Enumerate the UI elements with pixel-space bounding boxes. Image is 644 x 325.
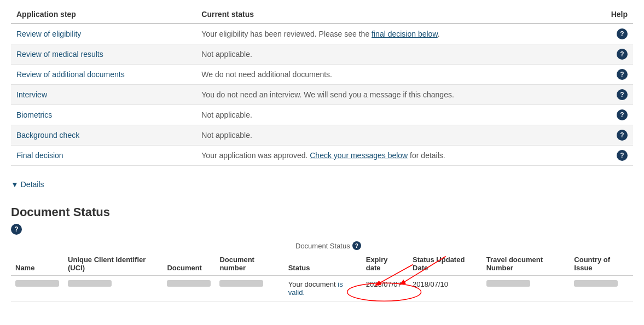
doc-uci-cell <box>63 276 163 301</box>
app-status-cell: Your application was approved. Check you… <box>196 146 605 166</box>
app-step-link[interactable]: Final decision <box>16 151 63 160</box>
help-icon[interactable]: ? <box>617 89 628 100</box>
document-status-help-icon[interactable]: ? <box>11 224 22 235</box>
app-step-cell: Review of additional documents <box>11 65 196 85</box>
document-status-table: Name Unique Client Identifier (UCI) Docu… <box>11 252 633 301</box>
app-step-cell: Review of eligibility <box>11 24 196 44</box>
doc-col-docnumber: Document number <box>215 252 283 276</box>
doc-name-cell <box>11 276 63 301</box>
doc-col-statusupdateddate: Status Updated Date <box>408 252 482 276</box>
doc-status-cell: Your document is valid. <box>284 276 362 301</box>
app-step-link[interactable]: Review of medical results <box>16 50 103 59</box>
document-status-sublabel-help-icon[interactable]: ? <box>352 241 361 250</box>
help-icon[interactable]: ? <box>617 49 628 60</box>
doc-docnumber-cell <box>215 276 283 301</box>
app-step-cell: Final decision <box>11 146 196 166</box>
app-status-cell: Not applicable. <box>196 125 605 146</box>
app-step-link[interactable]: Review of eligibility <box>16 30 81 38</box>
app-help-cell: ? <box>606 24 633 44</box>
document-status-sublabel-row: Document Status ? <box>295 241 633 250</box>
doc-col-status: Status <box>284 252 362 276</box>
app-help-cell: ? <box>606 85 633 105</box>
document-status-section: Document Status ? Document Status ? Name… <box>11 200 633 307</box>
app-status-cell: You do not need an interview. We will se… <box>196 85 605 105</box>
doc-col-countryofissue: Country of Issue <box>570 252 633 276</box>
doc-col-uci: Unique Client Identifier (UCI) <box>63 252 163 276</box>
app-status-cell: Not applicable. <box>196 105 605 125</box>
app-status-cell: We do not need additional documents. <box>196 65 605 85</box>
help-icon[interactable]: ? <box>617 69 628 80</box>
doc-col-traveldocnumber: Travel document Number <box>482 252 570 276</box>
app-help-cell: ? <box>606 105 633 125</box>
doc-traveldocnumber-cell <box>482 276 570 301</box>
app-step-link[interactable]: Background check <box>16 131 79 140</box>
doc-col-name: Name <box>11 252 63 276</box>
application-steps-table: Application step Current status Help Rev… <box>11 5 633 166</box>
doc-table-row: Your document is valid.2023/07/072018/07… <box>11 276 633 301</box>
document-status-sublabel: Document Status <box>295 242 350 250</box>
app-step-cell: Interview <box>11 85 196 105</box>
app-status-cell: Your eligibility has been reviewed. Plea… <box>196 24 605 44</box>
help-icon[interactable]: ? <box>617 28 628 39</box>
app-step-link[interactable]: Interview <box>16 90 47 99</box>
help-icon[interactable]: ? <box>617 130 628 141</box>
doc-col-expirydate: Expiry date <box>362 252 408 276</box>
col-header-help: Help <box>606 5 633 24</box>
app-step-cell: Review of medical results <box>11 44 196 65</box>
app-step-link[interactable]: Biometrics <box>16 111 52 119</box>
help-icon[interactable]: ? <box>617 150 628 161</box>
app-help-cell: ? <box>606 44 633 65</box>
doc-countryofissue-cell <box>570 276 633 301</box>
app-help-cell: ? <box>606 125 633 146</box>
app-help-cell: ? <box>606 146 633 166</box>
col-header-status: Current status <box>196 5 605 24</box>
doc-col-document: Document <box>163 252 215 276</box>
doc-statusupdateddate-cell: 2018/07/10 <box>408 276 482 301</box>
doc-expirydate-cell: 2023/07/07 <box>362 276 408 301</box>
details-toggle[interactable]: ▼ Details <box>11 180 44 189</box>
app-step-link[interactable]: Review of additional documents <box>16 70 125 79</box>
app-help-cell: ? <box>606 65 633 85</box>
app-step-cell: Biometrics <box>11 105 196 125</box>
col-header-step: Application step <box>11 5 196 24</box>
document-status-title: Document Status <box>11 205 633 219</box>
help-icon[interactable]: ? <box>617 109 628 120</box>
app-step-cell: Background check <box>11 125 196 146</box>
app-status-cell: Not applicable. <box>196 44 605 65</box>
doc-document-cell <box>163 276 215 301</box>
